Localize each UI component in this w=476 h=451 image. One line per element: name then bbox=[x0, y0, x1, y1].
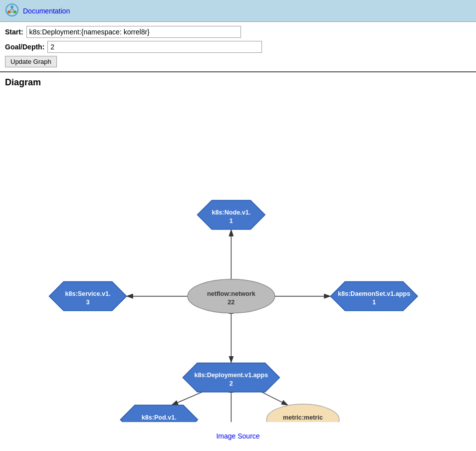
diagram-container: k8s:Node.v1. 1 netflow:network 22 k8s:Se… bbox=[5, 93, 469, 422]
edge-deployment-pod bbox=[172, 391, 206, 405]
node-k8s-daemonset[interactable]: k8s:DaemonSet.v1.apps 1 bbox=[330, 282, 418, 311]
diagram-title: Diagram bbox=[5, 77, 471, 88]
logo-icon bbox=[5, 3, 19, 18]
node-k8s-deployment-count: 2 bbox=[230, 380, 233, 387]
node-k8s-deployment[interactable]: k8s:Deployment.v1.apps 2 bbox=[183, 363, 279, 392]
node-k8s-node-label: k8s:Node.v1. bbox=[212, 209, 250, 216]
footer-links: Image Source bbox=[0, 427, 476, 445]
node-k8s-deployment-label: k8s:Deployment.v1.apps bbox=[194, 372, 268, 379]
svg-line-4 bbox=[9, 8, 12, 11]
svg-point-1 bbox=[10, 5, 13, 8]
edge-deployment-metric bbox=[259, 391, 288, 405]
start-label: Start: bbox=[5, 28, 23, 36]
form-area: Start: Goal/Depth: Update Graph bbox=[0, 22, 476, 72]
node-k8s-node-count: 1 bbox=[230, 218, 233, 225]
node-k8s-pod-label: k8s:Pod.v1. bbox=[142, 414, 177, 421]
start-input[interactable] bbox=[26, 26, 241, 38]
node-k8s-service[interactable]: k8s:Service.v1. 3 bbox=[49, 282, 126, 311]
node-netflow-count: 22 bbox=[228, 299, 235, 306]
update-graph-button[interactable]: Update Graph bbox=[5, 56, 57, 67]
node-netflow-network[interactable]: netflow:network 22 bbox=[188, 279, 275, 313]
graph-svg: k8s:Node.v1. 1 netflow:network 22 k8s:Se… bbox=[5, 93, 469, 422]
start-row: Start: bbox=[5, 26, 471, 38]
documentation-link[interactable]: Documentation bbox=[23, 7, 70, 15]
image-link[interactable]: Image bbox=[216, 432, 236, 440]
source-link[interactable]: Source bbox=[238, 432, 259, 440]
node-k8s-node[interactable]: k8s:Node.v1. 1 bbox=[197, 200, 265, 229]
node-k8s-pod[interactable]: k8s:Pod.v1. 2 bbox=[120, 405, 198, 422]
goal-label: Goal/Depth: bbox=[5, 43, 44, 51]
node-metric-metric[interactable]: metric:metric 34 bbox=[266, 404, 339, 422]
node-k8s-service-label: k8s:Service.v1. bbox=[65, 290, 110, 297]
header: Documentation bbox=[0, 0, 476, 22]
svg-line-5 bbox=[12, 8, 14, 11]
goal-row: Goal/Depth: bbox=[5, 41, 471, 53]
goal-input[interactable] bbox=[47, 41, 262, 53]
node-metric-label: metric:metric bbox=[283, 414, 323, 421]
node-k8s-service-count: 3 bbox=[86, 299, 90, 306]
node-netflow-label: netflow:network bbox=[207, 290, 256, 297]
node-k8s-daemonset-count: 1 bbox=[372, 299, 376, 306]
node-k8s-daemonset-label: k8s:DaemonSet.v1.apps bbox=[338, 290, 410, 297]
diagram-section: Diagram bbox=[0, 72, 476, 427]
